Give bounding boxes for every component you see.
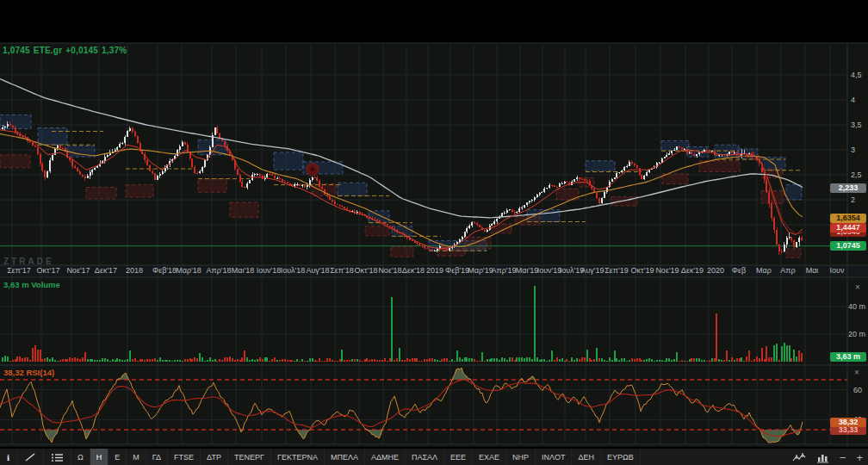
symbol-button-FTSE[interactable]: FTSE [168, 449, 201, 465]
time-axis-label: Οκτ'19 [631, 266, 654, 275]
time-axis-label: Δεκ'19 [681, 266, 704, 275]
symbol-button-ΑΔΜΗΕ[interactable]: ΑΔΜΗΕ [365, 449, 406, 465]
volume-badge: 3,63 m [830, 352, 866, 362]
symbol-button-ΙΝΛΟΤ[interactable]: ΙΝΛΟΤ [536, 449, 572, 465]
list-icon [51, 452, 64, 462]
time-axis-label: Σεπ'17 [7, 266, 31, 275]
symbol-button-ΔΤΡ[interactable]: ΔΤΡ [201, 449, 228, 465]
time-axis-label: 2019 [426, 266, 443, 275]
time-axis-label: Σεπ'18 [330, 266, 354, 275]
time-axis-label: Μαρ'18 [176, 266, 202, 275]
time-axis-label: 2020 [707, 266, 724, 275]
price-tick-label: 2,5 [851, 170, 862, 179]
symbol-button-ΠΑΣΑΛ[interactable]: ΠΑΣΑΛ [406, 449, 444, 465]
price-badge: 1,4447 [830, 223, 866, 232]
rsi-pane-close-button[interactable]: × [854, 369, 859, 377]
time-axis-label: Απρ [780, 266, 795, 275]
draw-tool-button[interactable] [17, 449, 44, 465]
time-axis-label: Νοε'19 [655, 266, 679, 275]
time-axis-label: Απρ'19 [491, 266, 516, 275]
price-badge: 2,233 [830, 183, 866, 193]
trendline-icon [24, 452, 36, 462]
time-axis-label: Μαρ'19 [468, 266, 493, 275]
symbol-button-ΝΗΡ[interactable]: ΝΗΡ [506, 449, 536, 465]
symbol-button-ΕΕΕ[interactable]: ΕΕΕ [444, 449, 473, 465]
time-axis-label: Νοε'18 [378, 266, 401, 275]
candlestick-chart-icon [792, 452, 806, 463]
histogram-icon [816, 452, 829, 463]
price-tick-label: 3 [851, 146, 855, 154]
time-axis-label: Φεβ'19 [445, 266, 469, 275]
symbol-button-ΔΕΗ[interactable]: ΔΕΗ [572, 449, 601, 465]
symbol-button-ΓΕΚΤΕΡΝΑ[interactable]: ΓΕΚΤΕΡΝΑ [271, 449, 325, 465]
rsi-badge: 38,32 [830, 418, 866, 427]
time-axis-label: Φεβ [732, 266, 746, 275]
price-badge: 1,0745 [830, 241, 866, 251]
time-axis-label: Ιουν'19 [537, 266, 562, 275]
time-axis-label: Νοε'17 [66, 266, 90, 275]
time-axis-label: 2018 [126, 266, 143, 275]
time-axis-label: Μαρ [756, 266, 772, 275]
time-axis-label: Σεπ'19 [604, 266, 629, 275]
time-axis-label: Μαι'18 [232, 266, 254, 275]
price-tick-label: 4 [851, 96, 855, 104]
price-tick-label: 4,5 [851, 71, 862, 79]
rsi-tick-label: 60 [853, 386, 862, 394]
timeframe-button-Ω[interactable]: Ω [71, 449, 90, 465]
time-axis-label: Αυγ'18 [306, 266, 329, 275]
timeframe-button-Μ[interactable]: Μ [127, 449, 146, 465]
indicators-button[interactable] [811, 449, 834, 465]
chart-style-button[interactable] [787, 449, 811, 465]
time-axis-label: Φεβ'18 [152, 266, 177, 275]
chart-canvas[interactable] [0, 0, 868, 465]
timeframe-group: ΩΗΕΜ [71, 449, 146, 465]
volume-tick-label: 20 m [848, 330, 865, 338]
trading-app-window: 1,0745ETE.gr+0,01451,37% ZTRADE 3,63 m V… [0, 0, 868, 465]
zoom-in-button[interactable]: + [851, 449, 868, 465]
time-axis-label: Οκτ'18 [355, 266, 378, 275]
price-badge: 1,6354 [830, 214, 866, 223]
watchlist-button[interactable] [44, 449, 71, 465]
time-axis-label: Δεκ'18 [402, 266, 425, 275]
volume-pane-close-button[interactable]: × [855, 283, 860, 292]
symbol-button-ΜΠΕΛΑ[interactable]: ΜΠΕΛΑ [325, 449, 365, 465]
bottom-toolbar: i ΩΗΕΜ ΓΔFTSEΔΤΡΤΕΝΕΡΓΓΕΚΤΕΡΝΑΜΠΕΛΑΑΔΜΗΕ… [0, 448, 868, 465]
symbol-button-ΤΕΝΕΡΓ[interactable]: ΤΕΝΕΡΓ [228, 449, 271, 465]
time-axis-label: Ιουν'18 [257, 266, 282, 275]
symbol-shortcuts: ΓΔFTSEΔΤΡΤΕΝΕΡΓΓΕΚΤΕΡΝΑΜΠΕΛΑΑΔΜΗΕΠΑΣΑΛΕΕ… [146, 449, 641, 465]
symbol-button-ΕΧΑΕ[interactable]: ΕΧΑΕ [473, 449, 506, 465]
time-axis-label: Δεκ'17 [95, 266, 117, 275]
zoom-out-button[interactable]: − [834, 449, 852, 465]
price-tick-label: 3,5 [851, 121, 862, 129]
info-icon: i [7, 452, 9, 462]
volume-tick-label: 40 m [848, 302, 865, 311]
timeframe-button-Η[interactable]: Η [90, 449, 109, 465]
symbol-button-ΓΔ[interactable]: ΓΔ [146, 449, 168, 465]
time-axis-label: Μαι'19 [516, 266, 538, 275]
time-axis-label: Ιουν [830, 266, 845, 275]
time-axis-label: Αυγ'19 [580, 266, 604, 275]
time-axis-label: Μαι [806, 266, 819, 275]
info-button[interactable]: i [0, 449, 17, 465]
price-tick-label: 2 [851, 195, 855, 204]
time-axis-label: Απρ'18 [206, 266, 231, 275]
toolbar-right-group: − + [787, 449, 868, 465]
symbol-button-ΕΥΡΩΒ[interactable]: ΕΥΡΩΒ [601, 449, 641, 465]
timeframe-button-Ε[interactable]: Ε [108, 449, 127, 465]
time-axis-label: Ιουλ'18 [281, 266, 306, 275]
time-axis-label: Οκτ'17 [37, 266, 60, 275]
